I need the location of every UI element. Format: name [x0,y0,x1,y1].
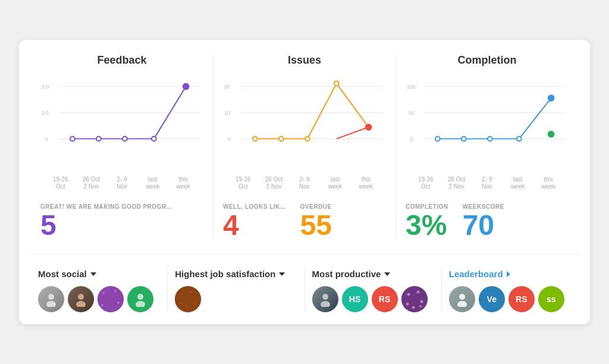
svg-point-53 [321,301,330,307]
svg-point-7 [96,136,101,141]
svg-point-59 [412,306,415,309]
avatar-prod-1 [312,286,338,312]
svg-point-62 [457,301,467,307]
completion-xlabel-0: 19-26Oct [410,176,441,190]
svg-point-19 [305,136,310,141]
svg-point-44 [137,294,143,300]
highest-job-chevron[interactable] [279,272,285,276]
svg-text:2.5: 2.5 [42,110,49,116]
avatar-social-4 [127,286,153,312]
svg-point-32 [517,136,522,141]
svg-point-29 [435,136,440,141]
leaderboard-label: Leaderboard [449,269,503,279]
leaderboard-chevron[interactable] [507,271,510,277]
issues-stat2: OVERDUE 55 [300,203,332,240]
issues-panel: Issues 20 10 0 [214,54,396,240]
avatar-social-1 [38,286,64,312]
most-social-section: Most social [31,269,168,312]
leaderboard-section: Leaderboard Ve RS ss [442,269,578,312]
svg-point-51 [186,305,188,307]
leaderboard-title[interactable]: Leaderboard [449,269,571,279]
feedback-footer: GREAT! WE ARE MAKING GOOD PROGR... 5 [40,199,203,240]
svg-point-57 [420,300,423,303]
svg-point-8 [123,136,127,141]
svg-point-50 [180,303,182,305]
svg-text:5.0: 5.0 [42,84,49,90]
most-social-avatars [38,286,160,312]
most-productive-title[interactable]: Most productive [312,269,434,279]
completion-chart-area: 100 50 0 [406,74,569,169]
svg-point-47 [181,293,183,296]
highest-job-section: Highest job satisfaction [168,269,304,312]
completion-xlabel-4: thisweek [533,176,564,190]
svg-point-37 [78,294,84,300]
svg-point-40 [102,292,105,294]
highest-job-title[interactable]: Highest job satisfaction [175,269,297,279]
completion-xlabel-2: 2- 9Nov [472,176,503,190]
svg-point-46 [175,286,201,312]
svg-point-42 [117,302,120,304]
svg-line-22 [337,127,369,139]
most-social-title[interactable]: Most social [38,269,160,279]
completion-stat1-value: 3% [406,211,448,240]
highest-job-avatars [175,286,297,312]
svg-text:0: 0 [410,136,413,142]
avatar-lb-2: Ve [479,286,505,312]
issues-xlabel-3: lastweek [320,176,351,190]
svg-point-43 [101,304,103,306]
svg-point-36 [46,301,56,307]
highest-job-label: Highest job satisfaction [175,269,275,279]
svg-point-34 [548,131,554,137]
feedback-x-labels: 19-26Oct 26 Oct2 Nov 2- 9Nov lastweek th… [40,176,203,190]
issues-xlabel-0: 19-26Oct [228,176,259,190]
issues-svg: 20 10 0 [223,74,386,169]
issues-chart-area: 20 10 0 [223,74,386,169]
most-productive-section: Most productive HS RS [305,269,442,312]
charts-row: Feedback 5.0 2.5 0 [31,54,578,255]
svg-point-17 [253,136,258,141]
svg-text:10: 10 [224,110,230,116]
svg-point-58 [406,303,409,306]
issues-xlabel-1: 26 Oct2 Nov [259,176,290,190]
issues-number2: 55 [300,211,332,240]
completion-stat1: COMPLETION 3% [406,203,448,240]
svg-point-48 [190,291,193,293]
avatar-prod-2: HS [342,286,368,312]
issues-title: Issues [223,54,386,67]
feedback-tagline: GREAT! WE ARE MAKING GOOD PROGR... [40,203,203,210]
svg-point-39 [98,286,124,312]
svg-point-52 [322,294,328,300]
issues-xlabel-2: 2- 9Nov [289,176,320,190]
avatar-lb-4: ss [538,286,564,312]
completion-stat2: WEEKSCORE 70 [463,203,504,240]
svg-point-9 [152,136,156,141]
svg-point-38 [76,301,86,307]
svg-point-33 [548,95,554,101]
completion-panel: Completion 100 50 0 [396,54,578,240]
feedback-xlabel-4: thisweek [168,176,199,190]
svg-text:50: 50 [409,110,415,116]
svg-point-31 [488,136,492,141]
feedback-number: 5 [40,211,203,240]
most-productive-avatars: HS RS [312,286,434,312]
issues-stat1: WELL, LOOKS LIK... 4 [223,203,286,240]
feedback-xlabel-3: lastweek [137,176,168,190]
completion-footer: COMPLETION 3% WEEKSCORE 70 [406,199,569,240]
most-productive-chevron[interactable] [384,272,390,276]
svg-point-6 [70,136,75,141]
issues-number1: 4 [223,211,286,240]
svg-point-10 [183,83,189,89]
avatar-social-2 [68,286,94,312]
main-card: Feedback 5.0 2.5 0 [19,40,590,324]
most-productive-label: Most productive [312,269,381,279]
feedback-xlabel-0: 19-26Oct [45,176,76,190]
footer-row: Most social [31,269,578,312]
avatar-prod-4 [401,286,428,312]
feedback-panel: Feedback 5.0 2.5 0 [31,54,214,240]
completion-stats: COMPLETION 3% WEEKSCORE 70 [406,203,569,240]
leaderboard-avatars: Ve RS ss [449,286,571,312]
feedback-title: Feedback [40,54,203,67]
issues-xlabel-4: thisweek [350,176,381,190]
completion-x-labels: 19-26Oct 26 Oct2 Nov 2- 9Nov lastweek th… [406,176,569,190]
most-social-chevron[interactable] [90,272,96,276]
